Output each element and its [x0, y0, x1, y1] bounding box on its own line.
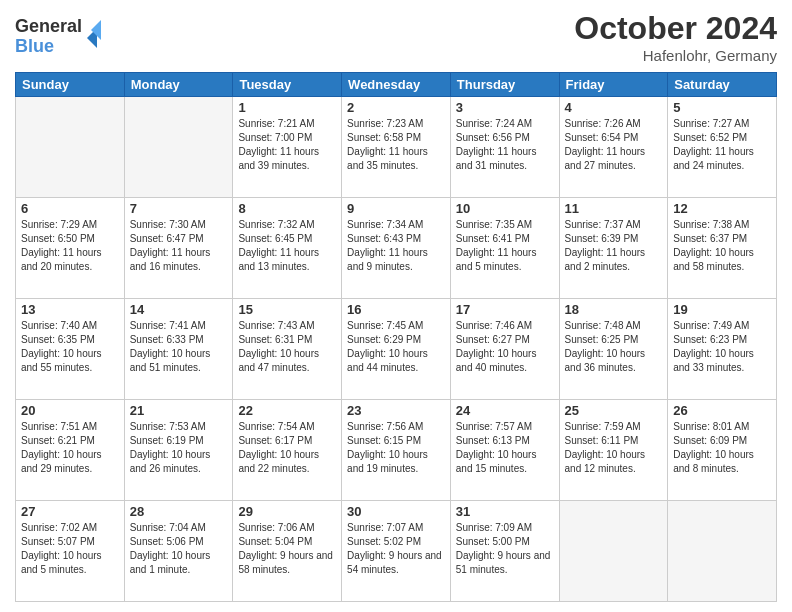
day-info: Sunrise: 7:40 AMSunset: 6:35 PMDaylight:…	[21, 319, 119, 375]
day-number: 21	[130, 403, 228, 418]
calendar-table: SundayMondayTuesdayWednesdayThursdayFrid…	[15, 72, 777, 602]
day-cell: 5Sunrise: 7:27 AMSunset: 6:52 PMDaylight…	[668, 97, 777, 198]
svg-text:General: General	[15, 16, 82, 36]
day-cell: 27Sunrise: 7:02 AMSunset: 5:07 PMDayligh…	[16, 501, 125, 602]
day-number: 2	[347, 100, 445, 115]
day-cell: 28Sunrise: 7:04 AMSunset: 5:06 PMDayligh…	[124, 501, 233, 602]
day-info: Sunrise: 7:34 AMSunset: 6:43 PMDaylight:…	[347, 218, 445, 274]
day-info: Sunrise: 7:06 AMSunset: 5:04 PMDaylight:…	[238, 521, 336, 577]
day-cell: 19Sunrise: 7:49 AMSunset: 6:23 PMDayligh…	[668, 299, 777, 400]
day-info: Sunrise: 7:51 AMSunset: 6:21 PMDaylight:…	[21, 420, 119, 476]
day-cell: 23Sunrise: 7:56 AMSunset: 6:15 PMDayligh…	[342, 400, 451, 501]
day-number: 3	[456, 100, 554, 115]
week-row-3: 13Sunrise: 7:40 AMSunset: 6:35 PMDayligh…	[16, 299, 777, 400]
day-number: 16	[347, 302, 445, 317]
weekday-header-friday: Friday	[559, 73, 668, 97]
month-title: October 2024	[574, 10, 777, 47]
day-cell: 16Sunrise: 7:45 AMSunset: 6:29 PMDayligh…	[342, 299, 451, 400]
weekday-header-saturday: Saturday	[668, 73, 777, 97]
title-area: October 2024 Hafenlohr, Germany	[574, 10, 777, 64]
page: General Blue October 2024 Hafenlohr, Ger…	[0, 0, 792, 612]
day-number: 17	[456, 302, 554, 317]
day-info: Sunrise: 7:21 AMSunset: 7:00 PMDaylight:…	[238, 117, 336, 173]
day-number: 8	[238, 201, 336, 216]
day-info: Sunrise: 7:07 AMSunset: 5:02 PMDaylight:…	[347, 521, 445, 577]
day-number: 25	[565, 403, 663, 418]
day-cell	[668, 501, 777, 602]
day-number: 5	[673, 100, 771, 115]
day-cell	[124, 97, 233, 198]
day-info: Sunrise: 7:26 AMSunset: 6:54 PMDaylight:…	[565, 117, 663, 173]
day-cell: 31Sunrise: 7:09 AMSunset: 5:00 PMDayligh…	[450, 501, 559, 602]
header: General Blue October 2024 Hafenlohr, Ger…	[15, 10, 777, 64]
week-row-4: 20Sunrise: 7:51 AMSunset: 6:21 PMDayligh…	[16, 400, 777, 501]
day-cell: 15Sunrise: 7:43 AMSunset: 6:31 PMDayligh…	[233, 299, 342, 400]
day-cell: 14Sunrise: 7:41 AMSunset: 6:33 PMDayligh…	[124, 299, 233, 400]
day-cell: 4Sunrise: 7:26 AMSunset: 6:54 PMDaylight…	[559, 97, 668, 198]
day-info: Sunrise: 7:38 AMSunset: 6:37 PMDaylight:…	[673, 218, 771, 274]
day-cell: 8Sunrise: 7:32 AMSunset: 6:45 PMDaylight…	[233, 198, 342, 299]
day-number: 7	[130, 201, 228, 216]
day-info: Sunrise: 7:30 AMSunset: 6:47 PMDaylight:…	[130, 218, 228, 274]
day-cell: 30Sunrise: 7:07 AMSunset: 5:02 PMDayligh…	[342, 501, 451, 602]
day-info: Sunrise: 7:54 AMSunset: 6:17 PMDaylight:…	[238, 420, 336, 476]
location: Hafenlohr, Germany	[574, 47, 777, 64]
day-info: Sunrise: 7:04 AMSunset: 5:06 PMDaylight:…	[130, 521, 228, 577]
day-number: 27	[21, 504, 119, 519]
day-number: 28	[130, 504, 228, 519]
day-number: 24	[456, 403, 554, 418]
day-number: 1	[238, 100, 336, 115]
weekday-header-wednesday: Wednesday	[342, 73, 451, 97]
week-row-1: 1Sunrise: 7:21 AMSunset: 7:00 PMDaylight…	[16, 97, 777, 198]
day-number: 11	[565, 201, 663, 216]
day-info: Sunrise: 7:57 AMSunset: 6:13 PMDaylight:…	[456, 420, 554, 476]
day-cell: 3Sunrise: 7:24 AMSunset: 6:56 PMDaylight…	[450, 97, 559, 198]
day-cell: 7Sunrise: 7:30 AMSunset: 6:47 PMDaylight…	[124, 198, 233, 299]
day-cell	[559, 501, 668, 602]
day-cell: 12Sunrise: 7:38 AMSunset: 6:37 PMDayligh…	[668, 198, 777, 299]
weekday-header-row: SundayMondayTuesdayWednesdayThursdayFrid…	[16, 73, 777, 97]
day-info: Sunrise: 7:59 AMSunset: 6:11 PMDaylight:…	[565, 420, 663, 476]
day-number: 18	[565, 302, 663, 317]
day-number: 14	[130, 302, 228, 317]
logo-content: General Blue	[15, 10, 105, 62]
week-row-2: 6Sunrise: 7:29 AMSunset: 6:50 PMDaylight…	[16, 198, 777, 299]
day-cell: 25Sunrise: 7:59 AMSunset: 6:11 PMDayligh…	[559, 400, 668, 501]
day-number: 20	[21, 403, 119, 418]
day-number: 13	[21, 302, 119, 317]
day-cell: 1Sunrise: 7:21 AMSunset: 7:00 PMDaylight…	[233, 97, 342, 198]
day-cell	[16, 97, 125, 198]
day-cell: 29Sunrise: 7:06 AMSunset: 5:04 PMDayligh…	[233, 501, 342, 602]
day-number: 12	[673, 201, 771, 216]
day-cell: 22Sunrise: 7:54 AMSunset: 6:17 PMDayligh…	[233, 400, 342, 501]
day-cell: 26Sunrise: 8:01 AMSunset: 6:09 PMDayligh…	[668, 400, 777, 501]
day-cell: 6Sunrise: 7:29 AMSunset: 6:50 PMDaylight…	[16, 198, 125, 299]
weekday-header-tuesday: Tuesday	[233, 73, 342, 97]
day-info: Sunrise: 7:41 AMSunset: 6:33 PMDaylight:…	[130, 319, 228, 375]
weekday-header-sunday: Sunday	[16, 73, 125, 97]
day-info: Sunrise: 7:37 AMSunset: 6:39 PMDaylight:…	[565, 218, 663, 274]
logo-icon: General Blue	[15, 10, 105, 58]
day-cell: 18Sunrise: 7:48 AMSunset: 6:25 PMDayligh…	[559, 299, 668, 400]
day-cell: 10Sunrise: 7:35 AMSunset: 6:41 PMDayligh…	[450, 198, 559, 299]
day-info: Sunrise: 7:02 AMSunset: 5:07 PMDaylight:…	[21, 521, 119, 577]
weekday-header-thursday: Thursday	[450, 73, 559, 97]
day-number: 31	[456, 504, 554, 519]
day-number: 29	[238, 504, 336, 519]
day-cell: 20Sunrise: 7:51 AMSunset: 6:21 PMDayligh…	[16, 400, 125, 501]
day-info: Sunrise: 7:46 AMSunset: 6:27 PMDaylight:…	[456, 319, 554, 375]
day-cell: 17Sunrise: 7:46 AMSunset: 6:27 PMDayligh…	[450, 299, 559, 400]
day-info: Sunrise: 7:09 AMSunset: 5:00 PMDaylight:…	[456, 521, 554, 577]
logo: General Blue	[15, 10, 105, 62]
day-info: Sunrise: 7:23 AMSunset: 6:58 PMDaylight:…	[347, 117, 445, 173]
day-number: 19	[673, 302, 771, 317]
day-number: 10	[456, 201, 554, 216]
day-info: Sunrise: 7:53 AMSunset: 6:19 PMDaylight:…	[130, 420, 228, 476]
day-info: Sunrise: 7:35 AMSunset: 6:41 PMDaylight:…	[456, 218, 554, 274]
day-number: 6	[21, 201, 119, 216]
day-info: Sunrise: 7:45 AMSunset: 6:29 PMDaylight:…	[347, 319, 445, 375]
day-info: Sunrise: 7:48 AMSunset: 6:25 PMDaylight:…	[565, 319, 663, 375]
day-number: 15	[238, 302, 336, 317]
day-info: Sunrise: 7:56 AMSunset: 6:15 PMDaylight:…	[347, 420, 445, 476]
day-info: Sunrise: 7:49 AMSunset: 6:23 PMDaylight:…	[673, 319, 771, 375]
